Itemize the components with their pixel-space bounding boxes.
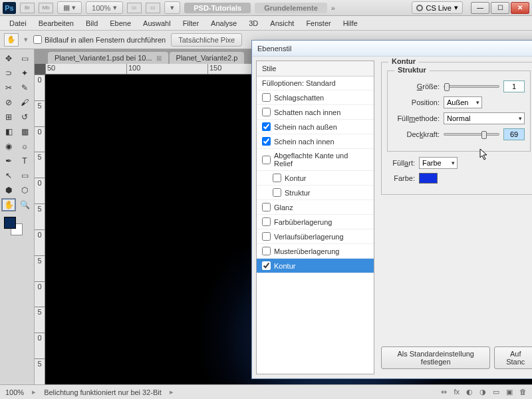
color-swatch[interactable]	[419, 173, 438, 184]
tab-variante2[interactable]: Planet_Variante2.p	[170, 52, 245, 64]
style-innerglow[interactable]: Schein nach innen	[257, 134, 374, 149]
stamp-tool[interactable]: ⊞	[1, 110, 16, 124]
blend-combo[interactable]: Normal	[444, 112, 525, 124]
link-icon[interactable]: ⇔	[441, 388, 447, 396]
eyedropper-tool[interactable]: ✎	[17, 81, 32, 94]
type-tool[interactable]: T	[17, 154, 32, 168]
workspace-grundelemente[interactable]: Grundelemente	[255, 3, 327, 13]
set-default-button[interactable]: Als Standardeinstellung festlegen	[381, 346, 490, 369]
menu-datei[interactable]: Datei	[4, 17, 32, 29]
menu-bild[interactable]: Bild	[80, 17, 103, 29]
opacity-label: Deckkraft:	[393, 130, 440, 138]
menu-3d[interactable]: 3D	[243, 17, 263, 29]
tab-close-icon[interactable]: ⊠	[156, 55, 162, 62]
menu-fenster[interactable]: Fenster	[301, 17, 336, 29]
style-bevel[interactable]: Abgeflachte Kante und Relief	[257, 149, 374, 171]
style-stroke[interactable]: Kontur	[257, 259, 374, 273]
dodge-tool[interactable]: ☼	[17, 140, 32, 153]
history-brush-tool[interactable]: ↺	[17, 110, 32, 124]
hand-tool-icon[interactable]: ✋	[4, 33, 19, 47]
style-fill-options[interactable]: Fülloptionen: Standard	[257, 76, 374, 90]
cslive-label: CS Live	[426, 4, 452, 12]
trash-icon[interactable]: 🗑	[519, 388, 527, 396]
style-dropshadow[interactable]: Schlagschatten	[257, 90, 374, 105]
move-tool[interactable]: ✥	[1, 52, 16, 65]
style-bevel-texture[interactable]: Struktur	[257, 186, 374, 200]
ruler-vertical[interactable]: 050505050505	[35, 74, 45, 384]
photoshop-icon[interactable]: Ps	[3, 2, 16, 14]
zoom-dropdown[interactable]: 100% ▾	[86, 1, 123, 14]
style-coloroverlay[interactable]: Farbüberlagerung	[257, 215, 374, 229]
size-slider[interactable]	[444, 85, 499, 88]
workspace-more[interactable]: »	[331, 4, 335, 12]
close-button[interactable]: ✕	[511, 2, 529, 14]
newlayer-icon[interactable]: ▣	[506, 388, 513, 396]
style-bevel-contour[interactable]: Kontur	[257, 171, 374, 186]
tab-variante1[interactable]: Planet_Variante1.psd bei 10...⊠	[48, 52, 168, 64]
crop-tool[interactable]: ✂	[1, 81, 16, 94]
position-combo[interactable]: Außen	[444, 96, 482, 108]
fx-icon[interactable]: fx	[454, 388, 460, 396]
wand-tool[interactable]: ✦	[17, 66, 32, 80]
screenmode-icon[interactable]: ▭	[146, 3, 160, 13]
style-gradientoverlay[interactable]: Verlaufsüberlagerung	[257, 229, 374, 244]
arrange-icon[interactable]: ▭	[127, 3, 142, 13]
cslive-button[interactable]: CS Live ▾	[412, 1, 463, 14]
scroll-all-label: Bildlauf in allen Fenstern durchführen	[45, 36, 166, 44]
size-input[interactable]: 1	[503, 80, 525, 92]
style-list-header[interactable]: Stile	[257, 61, 374, 76]
hand-tool[interactable]: ✋	[1, 198, 16, 211]
eraser-tool[interactable]: ◧	[1, 125, 16, 138]
filltype-label: Füllart:	[387, 159, 415, 167]
menu-filter[interactable]: Filter	[178, 17, 204, 29]
style-outerglow[interactable]: Schein nach außen	[257, 120, 374, 134]
brush-tool[interactable]: 🖌	[17, 96, 32, 109]
pen-tool[interactable]: ✒	[1, 154, 16, 168]
bridge-icon[interactable]: Br	[20, 3, 35, 13]
menu-ansicht[interactable]: Ansicht	[265, 17, 299, 29]
scroll-all-checkbox[interactable]: Bildlauf in allen Fenstern durchführen	[33, 35, 166, 44]
menu-auswahl[interactable]: Auswahl	[138, 17, 176, 29]
adjust-icon[interactable]: ◑	[479, 388, 486, 396]
folder-icon[interactable]: ▭	[493, 388, 499, 396]
style-list: Stile Fülloptionen: Standard Schlagschat…	[256, 61, 374, 374]
lasso-tool[interactable]: ⊃	[1, 66, 16, 80]
menu-bearbeiten[interactable]: Bearbeiten	[33, 17, 79, 29]
shape-tool[interactable]: ▭	[17, 169, 32, 182]
menu-analyse[interactable]: Analyse	[205, 17, 242, 29]
color-label: Farbe:	[387, 174, 415, 182]
gradient-tool[interactable]: ▦	[17, 125, 32, 138]
marquee-tool[interactable]: ▭	[17, 52, 32, 65]
minibridge-icon[interactable]: Mb	[39, 3, 53, 13]
fieldset-kontur: Kontur Struktur Größe: 1 Position: Außen…	[381, 62, 532, 195]
menu-hilfe[interactable]: Hilfe	[338, 17, 363, 29]
filltype-combo[interactable]: Farbe	[419, 157, 458, 169]
dialog-titlebar[interactable]: Ebenenstil	[252, 41, 532, 57]
reset-default-button[interactable]: Auf Stanc	[494, 346, 532, 369]
application-bar: Ps Br Mb ▦ ▾ 100% ▾ ▭ ▭ ▾ PSD-Tutorials …	[0, 0, 532, 16]
menu-ebene[interactable]: Ebene	[104, 17, 136, 29]
tools-panel: ✥▭ ⊃✦ ✂✎ ⊘🖌 ⊞↺ ◧▦ ◉☼ ✒T ↖▭ ⬢⬡ ✋🔍	[0, 49, 35, 384]
style-satin[interactable]: Glanz	[257, 200, 374, 215]
extras-dropdown[interactable]: ▾	[164, 1, 180, 14]
style-innershadow[interactable]: Schatten nach innen	[257, 105, 374, 120]
3d-tool[interactable]: ⬢	[1, 184, 16, 197]
opacity-slider[interactable]	[444, 133, 499, 136]
blur-tool[interactable]: ◉	[1, 140, 16, 153]
zoom-tool[interactable]: 🔍	[17, 198, 32, 211]
mask-icon[interactable]: ◐	[466, 388, 473, 396]
3d-camera-tool[interactable]: ⬡	[17, 184, 32, 197]
actual-pixels-button[interactable]: Tatsächliche Pixe	[171, 33, 242, 47]
foreground-swatch[interactable]	[4, 217, 16, 229]
maximize-button[interactable]: ☐	[491, 2, 509, 14]
heal-tool[interactable]: ⊘	[1, 96, 16, 109]
style-patternoverlay[interactable]: Musterüberlagerung	[257, 244, 374, 259]
minimize-button[interactable]: —	[471, 2, 489, 14]
path-tool[interactable]: ↖	[1, 169, 16, 182]
view-mode-dropdown[interactable]: ▦ ▾	[57, 1, 82, 14]
opacity-input[interactable]: 69	[503, 128, 525, 140]
status-zoom[interactable]: 100%	[5, 388, 24, 396]
position-label: Position:	[393, 98, 440, 106]
workspace-psdtutorials[interactable]: PSD-Tutorials	[184, 3, 251, 13]
size-label: Größe:	[393, 82, 440, 90]
